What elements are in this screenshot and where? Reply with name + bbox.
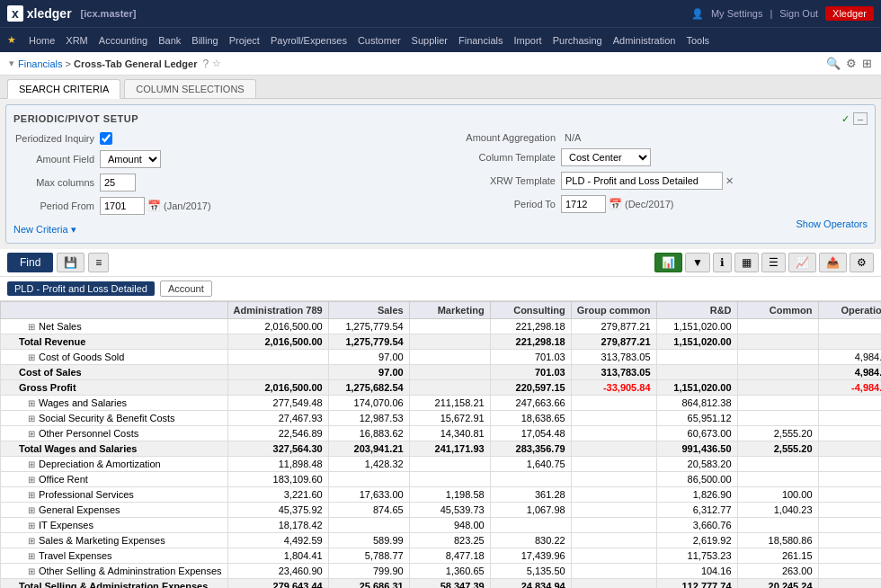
period-from-row: Period From 📅 (Jan/2017) [13,197,433,215]
expand-icon[interactable]: ⊞ [28,459,35,469]
row-value: 247,663.66 [490,396,571,411]
row-value [737,411,818,426]
chart-button[interactable]: 📈 [788,253,816,272]
expand-icon[interactable]: ⊞ [28,414,35,423]
save-button[interactable]: 💾 [57,253,85,272]
col-template-select[interactable]: Cost Center [561,148,651,166]
collapse-btn[interactable]: – [853,112,868,125]
nav-supplier[interactable]: Supplier [406,28,453,53]
row-value: 5,135.50 [490,564,571,579]
expand-icon[interactable]: ⊞ [28,398,35,408]
nav-accounting[interactable]: Accounting [93,28,153,53]
row-value [571,533,656,548]
period-from-input[interactable] [100,197,145,215]
row-value: 313,783.05 [571,365,656,380]
row-value [409,380,490,396]
xledger-btn[interactable]: Xledger [825,6,874,21]
nav-import[interactable]: Import [509,28,547,53]
new-criteria-link[interactable]: New Criteria ▾ [13,224,76,236]
expand-icon[interactable]: ⊞ [28,429,35,439]
row-value: 86,500.00 [656,472,737,487]
breadcrumb-financials[interactable]: Financials [18,58,63,69]
tab-search-criteria[interactable]: SEARCH CRITERIA [7,79,120,99]
expand-icon[interactable]: ⊞ [28,521,35,530]
expand-icon[interactable]: ⊞ [28,490,35,500]
account-tag[interactable]: Account [160,281,212,297]
rows-button[interactable]: ☰ [761,253,786,272]
export-button[interactable]: 📤 [819,253,847,272]
xrw-template-input[interactable] [561,172,723,190]
row-value [571,548,656,564]
gear-button[interactable]: ⚙ [850,253,874,272]
list-button[interactable]: ≡ [88,253,109,272]
find-button[interactable]: Find [7,253,53,272]
star-favorite-icon[interactable]: ☆ [212,58,221,69]
row-value: 1,067.98 [490,503,571,518]
row-value [328,472,409,487]
tab-column-selections[interactable]: COLUMN SELECTIONS [124,79,255,98]
table-row: ⊞Office Rent183,109.6086,500.00269,609.6… [1,472,882,487]
nav-home[interactable]: Home [23,28,60,53]
row-label: ⊞Net Sales [1,319,228,334]
max-columns-input[interactable] [100,174,136,192]
breadcrumb-separator: > [66,58,74,69]
grid-icon[interactable]: ⊞ [862,57,872,70]
active-tag[interactable]: PLD - Profit and Loss Detailed [7,281,155,296]
settings-icon[interactable]: ⚙ [846,57,857,70]
search-icon[interactable]: 🔍 [826,57,841,70]
expand-icon[interactable]: ⊞ [28,551,35,561]
nav-payroll[interactable]: Payroll/Expenses [265,28,352,53]
xrw-clear-icon[interactable]: ✕ [725,175,734,187]
help-icon[interactable]: ? [202,58,209,70]
row-value: 27,467.93 [227,411,328,426]
calendar-to-icon[interactable]: 📅 [609,198,622,210]
expand-icon[interactable]: ⊞ [28,322,35,332]
expand-icon[interactable]: ⊞ [28,505,35,515]
row-value [818,334,881,350]
table-row: ⊞General Expenses45,375.92874.6545,539.7… [1,503,882,518]
expand-icon[interactable]: ⊞ [28,566,35,576]
nav-purchasing[interactable]: Purchasing [547,28,608,53]
row-value: 20,583.20 [656,457,737,472]
row-value: 174,070.06 [328,396,409,411]
show-operators-link[interactable]: Show Operators [448,218,868,229]
nav-project[interactable]: Project [224,28,265,53]
row-value: 5,788.77 [328,548,409,564]
nav-administration[interactable]: Administration [608,28,681,53]
table-row: Total Revenue2,016,500.001,275,779.54221… [1,334,882,350]
row-value: 17,439.96 [490,548,571,564]
dropdown-icon[interactable]: ▾ [9,58,14,69]
amount-agg-row: Amount Aggregation N/A [448,132,868,143]
nav-customer[interactable]: Customer [352,28,406,53]
check-icon[interactable]: ✓ [841,113,850,125]
row-value: 313,783.05 [571,350,656,365]
table-row: ⊞Travel Expenses1,804.415,788.778,477.18… [1,548,882,564]
top-bar: x xledger [icx.master] 👤 My Settings | S… [0,0,881,27]
nav-tools[interactable]: Tools [681,28,715,53]
expand-icon[interactable]: ⊞ [28,352,35,362]
row-value [818,548,881,564]
logo-x: x [7,5,23,22]
row-value: 1,275,682.54 [328,380,409,396]
expand-icon[interactable]: ⊞ [28,475,35,485]
nav-financials[interactable]: Financials [453,28,509,53]
periodized-checkbox[interactable] [100,132,112,145]
expand-icon[interactable]: ⊞ [28,536,35,546]
info-button[interactable]: ℹ [713,253,732,272]
period-to-input[interactable] [561,195,606,213]
table-button[interactable]: ▦ [734,253,759,272]
row-value: 830.22 [490,533,571,548]
row-value: 25,686.31 [328,579,409,589]
nav-billing[interactable]: Billing [186,28,223,53]
row-value: 22,546.89 [227,426,328,441]
filter-button[interactable]: ▼ [685,253,710,272]
excel-export-button[interactable]: 📊 [654,253,682,272]
row-value: 58,347.39 [409,579,490,589]
amount-field-select[interactable]: Amount [100,150,161,168]
row-value: 45,375.92 [227,503,328,518]
nav-bank[interactable]: Bank [153,28,186,53]
nav-xrm[interactable]: XRM [60,28,93,53]
sign-out-link[interactable]: Sign Out [779,8,818,19]
my-settings-link[interactable]: My Settings [711,8,762,19]
calendar-from-icon[interactable]: 📅 [147,200,161,212]
